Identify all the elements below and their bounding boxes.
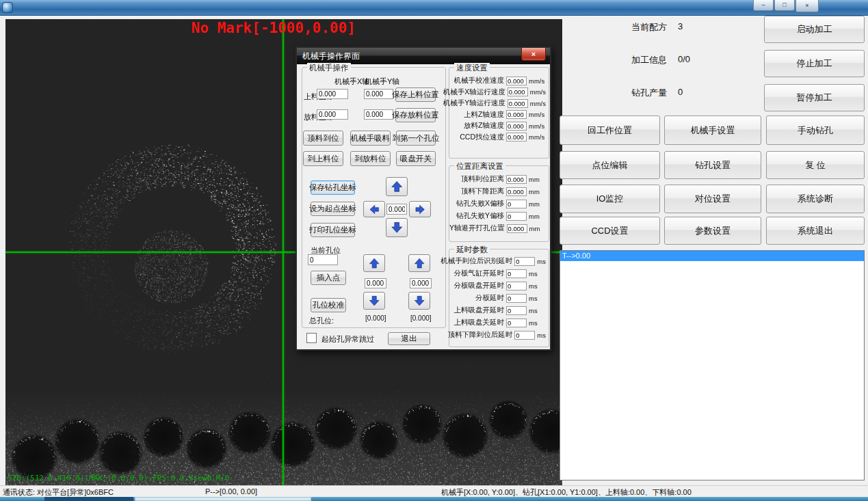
load-y-input[interactable] bbox=[364, 89, 393, 99]
io-monitor-button[interactable]: IO监控 bbox=[560, 185, 660, 213]
hole-calibrate-button[interactable]: 孔位校准 bbox=[311, 298, 346, 312]
delay-row: 机械手到位后识别延时ms bbox=[449, 256, 549, 266]
spinner2-input[interactable] bbox=[410, 278, 432, 288]
set-origin-coord-button[interactable]: 设为起点坐标 bbox=[311, 202, 355, 216]
dialog-close-button[interactable]: × bbox=[521, 48, 546, 61]
current-hole-input[interactable] bbox=[308, 254, 338, 265]
app-icon bbox=[2, 2, 13, 13]
unload-y-input[interactable] bbox=[364, 109, 393, 120]
spinner1-readout: [0.000] bbox=[365, 314, 386, 322]
distance-input[interactable] bbox=[506, 175, 527, 184]
speed-input[interactable] bbox=[506, 122, 527, 131]
delay-row: 分板吸盘开延时ms bbox=[449, 281, 549, 290]
insert-point-button[interactable]: 插入点 bbox=[311, 271, 346, 285]
unit-label: ms bbox=[529, 282, 546, 290]
suction-switch-button[interactable]: 吸盘开关 bbox=[396, 151, 436, 166]
speed-input[interactable] bbox=[506, 77, 527, 85]
window-controls: – □ × bbox=[753, 0, 819, 12]
delay-row: 分板延时ms bbox=[449, 293, 549, 303]
spinner1-down-button[interactable] bbox=[363, 292, 385, 310]
maximize-button[interactable]: □ bbox=[774, 0, 795, 11]
delay-input[interactable] bbox=[506, 306, 527, 315]
jog-step-input[interactable] bbox=[386, 204, 407, 215]
position-status-text: P-->[0.00, 0.00] bbox=[205, 487, 257, 496]
spinner2-up-button[interactable] bbox=[408, 254, 430, 272]
push-material-button[interactable]: 顶料到位 bbox=[303, 131, 343, 146]
delay-input[interactable] bbox=[506, 282, 527, 290]
taskbar-item[interactable] bbox=[44, 497, 133, 501]
log-list-item-selected[interactable]: T-->0.00 bbox=[560, 251, 864, 261]
goto-load-position-button[interactable]: 到上料位 bbox=[303, 151, 343, 166]
stop-processing-button[interactable]: 停止加工 bbox=[764, 50, 865, 77]
point-edit-button[interactable]: 点位编辑 bbox=[560, 151, 660, 179]
arm-suck-button[interactable]: 机械手吸料 bbox=[350, 131, 391, 146]
field-label: 上料吸盘开延时 bbox=[454, 306, 505, 315]
delay-parameters-group: 延时参数 机械手到位后识别延时ms 分板气缸开延时ms 分板吸盘开延时ms 分板… bbox=[449, 249, 549, 347]
jog-left-button[interactable] bbox=[363, 201, 385, 217]
delay-input[interactable] bbox=[514, 257, 535, 266]
speed-input[interactable] bbox=[506, 110, 527, 119]
distance-input[interactable] bbox=[506, 187, 527, 196]
crosshair-vertical-line bbox=[282, 19, 284, 485]
robot-arm-settings-button[interactable]: 机械手设置 bbox=[664, 116, 761, 145]
start-processing-button[interactable]: 启动加工 bbox=[764, 16, 865, 43]
goto-first-hole-button[interactable]: 到第一个孔位 bbox=[396, 131, 436, 146]
save-load-position-button[interactable]: 保存上料位置 bbox=[395, 87, 436, 102]
field-label: 机械手X轴运行速度 bbox=[443, 87, 505, 97]
return-work-position-button[interactable]: 回工作位置 bbox=[560, 116, 660, 145]
speed-input[interactable] bbox=[508, 87, 528, 96]
goto-unload-position-button[interactable]: 到放料位 bbox=[350, 151, 391, 166]
unit-label: ms bbox=[537, 331, 546, 339]
field-label: 顶料到位距离 bbox=[461, 174, 504, 184]
delay-input[interactable] bbox=[514, 331, 535, 340]
status-bar: 通讯状态: 对位平台[异常]0x6BFC P-->[0.00, 0.00] 机械… bbox=[0, 485, 868, 497]
group-title: 机械手操作 bbox=[307, 63, 351, 73]
unload-x-input[interactable] bbox=[317, 109, 348, 120]
distance-row: Y轴避开打孔位置mm bbox=[449, 224, 549, 233]
total-holes-label: 总孔位: bbox=[309, 316, 334, 326]
exit-button[interactable]: 退出 bbox=[388, 332, 430, 345]
minimize-button[interactable]: – bbox=[753, 0, 774, 11]
delay-row: 上料吸盘开延时ms bbox=[449, 306, 549, 315]
dialog-titlebar[interactable]: 机械手操作界面 bbox=[297, 48, 550, 64]
spinner2-down-button[interactable] bbox=[408, 292, 430, 310]
stat-label: 钻孔产量 bbox=[631, 87, 667, 99]
delay-input[interactable] bbox=[506, 319, 527, 327]
alignment-settings-button[interactable]: 对位设置 bbox=[664, 185, 761, 213]
unit-label: mm/s bbox=[530, 88, 546, 96]
pause-processing-button[interactable]: 暂停加工 bbox=[764, 84, 865, 111]
print-hole-coord-button[interactable]: 打印孔位坐标 bbox=[311, 223, 355, 237]
reset-button[interactable]: 复 位 bbox=[766, 151, 865, 179]
distance-input[interactable] bbox=[507, 224, 527, 233]
ccd-settings-button[interactable]: CCD设置 bbox=[560, 217, 660, 245]
delay-input[interactable] bbox=[506, 294, 527, 303]
load-x-input[interactable] bbox=[317, 89, 348, 99]
system-diagnosis-button[interactable]: 系统诊断 bbox=[766, 185, 865, 213]
robot-arm-dialog: 机械手操作界面 × 机械手操作 机械手X轴 机械手Y轴 上料坐标 保存上料位置 … bbox=[295, 46, 551, 351]
group-title: 位置距离设置 bbox=[454, 161, 505, 172]
taskbar-strip[interactable] bbox=[0, 497, 868, 501]
system-exit-button[interactable]: 系统退出 bbox=[766, 217, 865, 245]
jog-right-button[interactable] bbox=[409, 201, 431, 217]
skip-abnormal-start-hole-checkbox[interactable] bbox=[306, 333, 317, 343]
log-listbox[interactable]: T-->0.00 bbox=[560, 250, 865, 480]
parameter-settings-button[interactable]: 参数设置 bbox=[664, 217, 761, 245]
delay-input[interactable] bbox=[506, 269, 527, 278]
manual-drill-button[interactable]: 手动钻孔 bbox=[766, 116, 865, 145]
save-unload-position-button[interactable]: 保存放料位置 bbox=[395, 108, 436, 122]
jog-up-button[interactable] bbox=[386, 177, 408, 196]
unit-label: mm/s bbox=[530, 100, 546, 107]
window-titlebar: – □ × bbox=[0, 0, 868, 16]
speed-input[interactable] bbox=[508, 99, 528, 108]
distance-input[interactable] bbox=[506, 212, 527, 221]
speed-input[interactable] bbox=[506, 133, 527, 141]
spinner1-input[interactable] bbox=[365, 278, 386, 288]
close-button[interactable]: × bbox=[795, 0, 819, 12]
jog-down-button[interactable] bbox=[386, 218, 408, 237]
spinner1-up-button[interactable] bbox=[363, 254, 385, 272]
distance-input[interactable] bbox=[506, 200, 527, 208]
save-drill-coord-button[interactable]: 保存钻孔坐标 bbox=[311, 180, 355, 195]
taskbar-item[interactable] bbox=[135, 497, 311, 501]
field-label: 机械手到位后识别延时 bbox=[440, 256, 512, 266]
drill-settings-button[interactable]: 钻孔设置 bbox=[664, 151, 761, 179]
